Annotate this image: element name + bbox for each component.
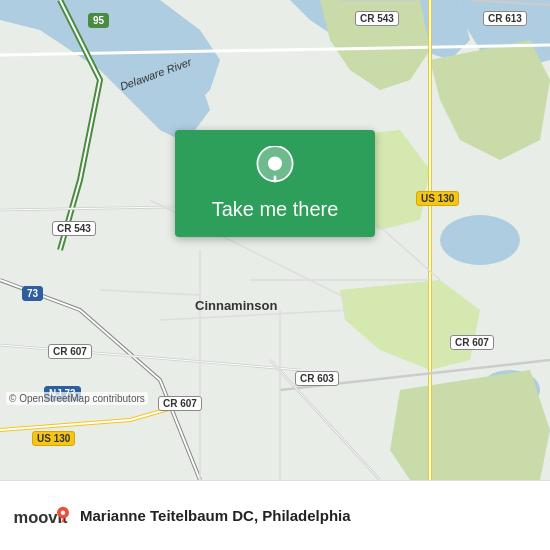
svg-point-23 — [268, 157, 282, 171]
place-title: Marianne Teitelbaum DC, Philadelphia — [80, 507, 538, 524]
svg-point-1 — [440, 215, 520, 265]
button-overlay: Take me there — [175, 130, 375, 237]
location-pin-icon — [253, 146, 297, 190]
osm-credit: © OpenStreetMap contributors — [6, 392, 148, 405]
take-me-there-label: Take me there — [212, 198, 339, 221]
moovit-logo: moovit — [12, 496, 72, 536]
svg-point-26 — [61, 510, 66, 515]
bottom-text: Marianne Teitelbaum DC, Philadelphia — [80, 507, 538, 524]
bottom-bar: moovit Marianne Teitelbaum DC, Philadelp… — [0, 480, 550, 550]
take-me-there-button[interactable]: Take me there — [175, 130, 375, 237]
map-container: 95 CR 543 CR 613 CR 543 73 US 130 CR 607… — [0, 0, 550, 480]
